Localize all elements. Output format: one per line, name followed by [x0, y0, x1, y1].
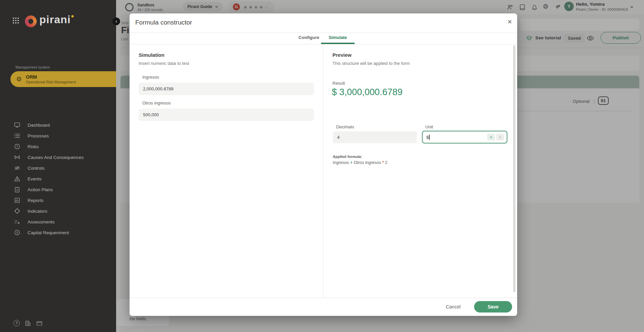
sidebar-item-risks[interactable]: Risks: [0, 141, 116, 152]
svg-text:S: S: [16, 231, 18, 234]
module-code: ORM: [26, 74, 76, 80]
sidebar-item-processes[interactable]: Processes: [0, 130, 116, 141]
organization-icon[interactable]: [25, 320, 31, 327]
multiply-operator: *: [382, 160, 384, 165]
causes-consequences-icon: [14, 154, 21, 161]
sidebar-item-events[interactable]: Events: [0, 173, 116, 184]
simulation-subheading: Insert numeric data to test: [139, 61, 189, 66]
capital-requeriment-icon: S: [14, 229, 21, 236]
sidebar-footer: ?: [0, 320, 116, 327]
otros-ingresos-input[interactable]: [139, 109, 314, 121]
sidebar-nav: Dashboard Processes Risks Causes And Con…: [0, 120, 116, 238]
assessments-icon: [14, 218, 21, 225]
sidebar-item-capital-requeriment[interactable]: S Capital Requeriment: [0, 227, 116, 238]
formula-constructor-modal: Formula constructor ✕ Configure Simulate…: [130, 13, 517, 316]
result-value: $ 3,000,000.6789: [332, 87, 402, 97]
sidebar-item-indicators[interactable]: Indicators: [0, 206, 116, 216]
sidebar-item-causes-consequences[interactable]: Causes And Consequences: [0, 152, 116, 163]
indicators-icon: [14, 208, 21, 214]
text-caret: [429, 135, 430, 140]
tab-simulate[interactable]: Simulate: [323, 35, 353, 40]
brand-dot-icon: [71, 15, 74, 17]
sidebar-item-assessments[interactable]: Assessments: [0, 216, 116, 227]
reports-icon: [14, 197, 21, 204]
module-name: Operational Risk Management: [26, 80, 76, 84]
otros-ingresos-label: Otros ingresos: [142, 100, 171, 106]
plus-operator: +: [350, 160, 352, 165]
sidebar-item-dashboard[interactable]: Dashboard: [0, 120, 116, 130]
applied-formula-label: Applied formula:: [333, 155, 362, 159]
unit-input[interactable]: $ ‹ ›: [422, 131, 507, 143]
result-label: Result: [332, 81, 345, 86]
pirani-logo-icon: [25, 15, 37, 27]
modal-title: Formula constructor: [135, 19, 192, 26]
tab-configure[interactable]: Configure: [294, 35, 324, 40]
decimals-label: Decimals: [336, 124, 354, 129]
brand-wordmark: pirani: [39, 13, 71, 26]
unit-prev-button[interactable]: ‹: [487, 134, 495, 140]
unit-next-button[interactable]: ›: [496, 134, 504, 140]
processes-icon: [14, 132, 21, 139]
billing-card-icon[interactable]: [36, 320, 43, 327]
action-plans-icon: [14, 186, 21, 193]
close-icon[interactable]: ✕: [505, 17, 514, 27]
sidebar-item-action-plans[interactable]: Action Plans: [0, 184, 116, 195]
ingresos-label: Ingresos: [142, 75, 159, 80]
simulation-heading: Simulation: [139, 52, 165, 58]
module-gear-icon: ⚙: [16, 75, 22, 83]
events-icon: [14, 175, 21, 182]
controls-icon: [14, 165, 21, 171]
dashboard-icon: [14, 122, 21, 128]
risks-icon: [14, 143, 21, 150]
unit-label: Unit: [425, 124, 433, 129]
help-icon[interactable]: ?: [13, 320, 20, 326]
sidebar: pirani ‹ Management system ⚙ ORM Operati…: [0, 0, 116, 332]
applied-formula: Ingresos + Otros ingresos * 2: [333, 160, 387, 165]
sidebar-collapse-button[interactable]: ‹: [112, 17, 120, 25]
decimals-input[interactable]: [333, 131, 417, 143]
ingresos-input[interactable]: [139, 83, 314, 95]
sidebar-item-controls[interactable]: Controls: [0, 163, 116, 173]
module-selector-orm[interactable]: ⚙ ORM Operational Risk Management: [10, 71, 116, 87]
cancel-button[interactable]: Cancel: [436, 301, 470, 313]
sidebar-item-reports[interactable]: Reports: [0, 195, 116, 206]
management-system-label: Management system: [15, 65, 50, 69]
modal-scrollbar[interactable]: [513, 45, 515, 292]
save-button[interactable]: Save: [474, 301, 512, 313]
preview-subheading: This structure will be applied to the fo…: [332, 61, 410, 66]
apps-grid-icon[interactable]: [13, 17, 14, 19]
preview-heading: Preview: [332, 52, 352, 58]
